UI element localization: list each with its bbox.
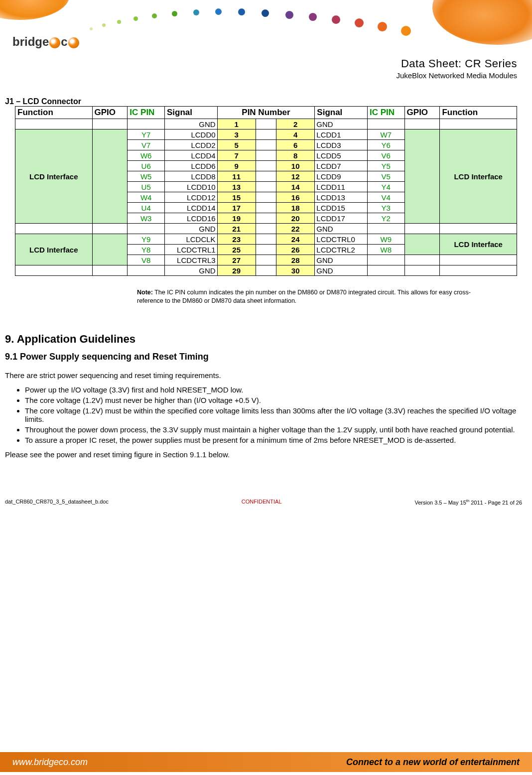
cell-pin-right: 30 [276,265,315,276]
cell-gap [256,171,276,182]
cell-pin-left: 15 [217,192,256,203]
cell-signal-right: LCDD15 [315,203,368,213]
cell-gap [256,245,276,255]
connector-section-title: J1 – LCD Connector [5,97,517,106]
cell-signal-right: GND [315,224,368,234]
footer-tagline: Connect to a new world of entertainment [346,757,520,768]
cell-icpin-right: Y4 [367,182,404,192]
th-function-l: Function [15,107,93,119]
cell-signal-right: LCDCTRL2 [315,245,368,255]
cell-gpio-left [92,224,128,234]
cell-pin-left: 13 [217,182,256,192]
cell-pin-right: 24 [276,234,315,245]
cell-gap [256,182,276,192]
cell-gpio-left [92,265,128,276]
table-row: GND12GND [15,119,517,129]
cell-icpin-left: W3 [128,213,165,224]
logo-mark-icon [68,37,79,48]
cell-signal-right: LCDCTRL0 [315,234,368,245]
cell-pin-left: 11 [217,171,256,182]
cell-gpio-right [404,119,440,129]
cell-pin-right: 22 [276,224,315,234]
cell-pin-right: 20 [276,213,315,224]
cell-function-left [15,119,93,129]
logo-prefix: bridge [12,35,49,49]
table-header-row: Function GPIO IC PIN Signal PIN Number S… [15,107,517,119]
cell-pin-left: 17 [217,203,256,213]
cell-pin-left: 9 [217,161,256,171]
cell-gap [256,129,276,140]
cell-icpin-right: Y3 [367,203,404,213]
cell-icpin-left: W5 [128,171,165,182]
brand-logo: bridgec [12,35,82,55]
cell-pin-left: 3 [217,129,256,140]
th-pinnumber: PIN Number [217,107,315,119]
cell-signal-left: LCDD0 [165,129,218,140]
list-item: The core voltage (1.2V) must never be hi… [25,396,517,404]
cell-gap [256,224,276,234]
cell-pin-right: 16 [276,192,315,203]
th-icpin-l: IC PIN [128,107,165,119]
cell-gpio-right [404,129,440,224]
cell-icpin-left: U5 [128,182,165,192]
cell-signal-left: LCDCTRL3 [165,255,218,265]
cell-pin-right: 10 [276,161,315,171]
cell-icpin-right [367,119,404,129]
list-item: The core voltage (1.2V) must be within t… [25,406,517,423]
cell-function-right: LCD Interface [440,129,517,224]
cell-signal-right: LCDD1 [315,129,368,140]
cell-icpin-left: U6 [128,161,165,171]
list-item: Power up the I/O voltage (3.3V) first an… [25,386,517,394]
cell-gap [256,213,276,224]
cell-icpin-right: V5 [367,171,404,182]
cell-signal-left: LCDD12 [165,192,218,203]
cell-gpio-right [404,224,440,234]
note-text: The IC PIN column indicates the pin numb… [137,289,471,304]
cell-icpin-right [367,255,404,265]
cell-signal-left: GND [165,119,218,129]
cell-icpin-left: Y7 [128,129,165,140]
cell-pin-left: 1 [217,119,256,129]
cell-pin-right: 6 [276,140,315,150]
cell-icpin-right: W9 [367,234,404,245]
cell-gap [256,140,276,150]
logo-mark-icon [49,37,60,48]
cell-icpin-left: W6 [128,150,165,161]
cell-icpin-left [128,119,165,129]
cell-icpin-right: W7 [367,129,404,140]
cell-pin-right: 2 [276,119,315,129]
cell-function-left [15,265,93,276]
cell-signal-left: GND [165,265,218,276]
cell-function-left: LCD Interface [15,129,93,224]
cell-signal-right: GND [315,119,368,129]
cell-signal-right: LCDD13 [315,192,368,203]
cell-icpin-right: V6 [367,150,404,161]
cell-function-right [440,265,517,276]
th-signal-r: Signal [315,107,368,119]
list-item: To assure a proper IC reset, the power s… [25,436,517,444]
doc-subtitle: JukeBlox Networked Media Modules [15,71,517,80]
cell-icpin-right: Y6 [367,140,404,150]
cell-icpin-left: Y9 [128,234,165,245]
cell-function-right [440,255,517,265]
cell-pin-right: 18 [276,203,315,213]
cell-gap [256,119,276,129]
cell-signal-left: LCDD6 [165,161,218,171]
cell-signal-right: LCDD11 [315,182,368,192]
cell-icpin-right: V4 [367,192,404,203]
cell-gpio-right [404,265,440,276]
cell-icpin-left [128,224,165,234]
cell-signal-left: LCDD16 [165,213,218,224]
cell-signal-left: LCDD10 [165,182,218,192]
cell-pin-left: 25 [217,245,256,255]
cell-signal-left: LCDCTRL1 [165,245,218,255]
cell-signal-right: LCDD3 [315,140,368,150]
cell-pin-right: 12 [276,171,315,182]
cell-signal-left: LCDCLK [165,234,218,245]
cell-gap [256,161,276,171]
cell-gpio-left [92,129,128,224]
cell-gpio-left [92,234,128,265]
cell-function-right [440,119,517,129]
cell-gap [256,234,276,245]
cell-signal-right: GND [315,265,368,276]
